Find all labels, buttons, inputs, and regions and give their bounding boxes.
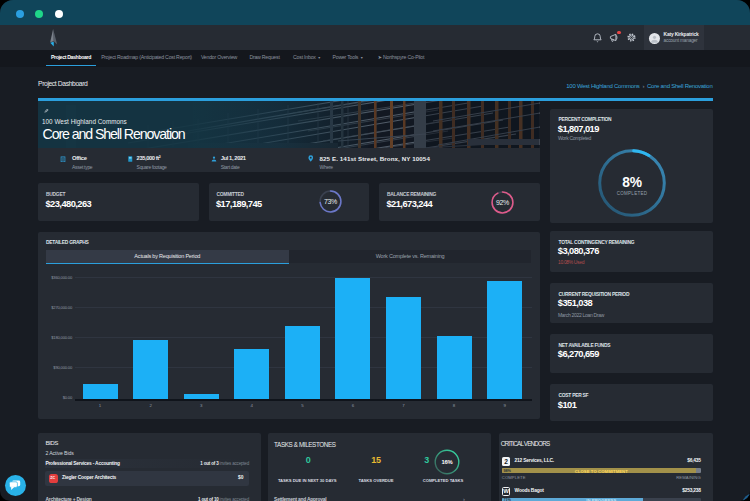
svg-text:16%: 16%	[441, 459, 452, 465]
svg-text:73%: 73%	[324, 198, 337, 205]
svg-text:8%: 8%	[622, 174, 641, 189]
svg-text:COMPLETED: COMPLETED	[616, 191, 647, 196]
svg-text:92%: 92%	[495, 199, 508, 206]
